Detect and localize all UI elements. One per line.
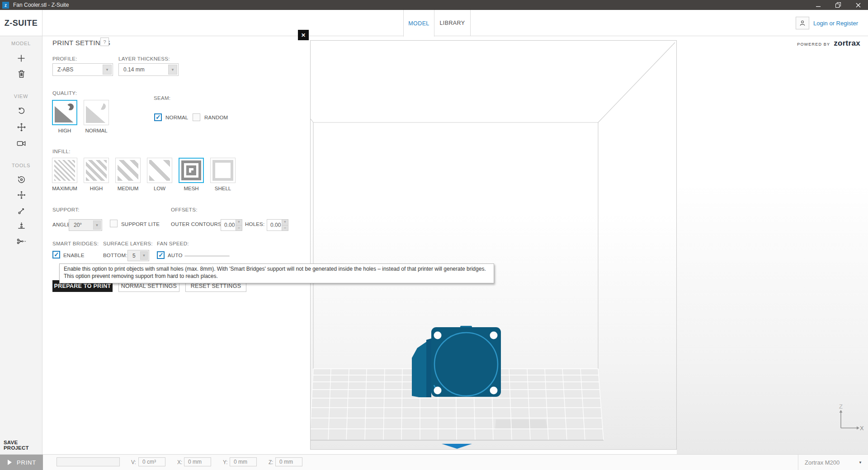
model-plate (431, 327, 501, 397)
scale-tool-button[interactable] (15, 205, 27, 216)
increment-icon[interactable] (282, 220, 288, 225)
window-title: Fan Cooler.stl - Z-Suite (13, 2, 69, 8)
tab-model[interactable]: MODEL (403, 10, 434, 37)
quality-high-tile[interactable] (52, 100, 77, 125)
support-label: SUPPORT: (52, 207, 80, 212)
x-label: X: (177, 459, 182, 465)
bottom-layers-value: 5 (132, 250, 136, 261)
add-model-button[interactable] (15, 52, 27, 64)
smart-bridges-enable-checkbox[interactable] (52, 251, 60, 258)
user-icon-box[interactable] (796, 17, 809, 29)
outer-contours-spinner[interactable]: 0.00 (221, 219, 242, 231)
seam-normal-checkbox[interactable] (154, 113, 162, 121)
status-bar: PRINT V: 0 cm³ X: 0 mm Y: 0 mm Z: 0 mm Z… (0, 454, 868, 470)
tab-library[interactable]: LIBRARY (434, 10, 471, 36)
model-fan-cooler (412, 326, 501, 397)
holes-spinner[interactable]: 0.00 (267, 219, 288, 231)
layer-thickness-select[interactable]: 0.14 mm (118, 63, 179, 76)
login-link[interactable]: Login or Register (813, 20, 858, 27)
infill-shell-tile[interactable] (210, 158, 236, 183)
decrement-icon[interactable] (236, 225, 242, 231)
powered-by-block: POWERED BY zortrax (797, 39, 860, 48)
move-tool-icon (16, 190, 27, 200)
platform-front-marker (442, 444, 472, 449)
close-panel-button[interactable]: ✕ (298, 30, 309, 40)
infill-medium-pattern (118, 160, 138, 181)
minimize-icon (816, 3, 821, 8)
increment-icon[interactable] (236, 220, 242, 225)
scale-tool-icon (16, 206, 27, 216)
play-icon (8, 460, 12, 465)
quality-normal-caption: NORMAL (80, 128, 112, 133)
infill-low-tile[interactable] (147, 158, 172, 183)
chevron-down-icon (859, 461, 862, 465)
model-hole (490, 332, 498, 339)
decrement-icon[interactable] (282, 225, 288, 231)
quality-high-dot (67, 103, 74, 110)
print-button[interactable]: PRINT (0, 455, 43, 470)
split-tool-button[interactable] (15, 235, 27, 247)
seam-random-caption: RANDOM (204, 115, 228, 120)
reset-view-button[interactable] (15, 105, 27, 117)
surface-layers-label: SURFACE LAYERS: (103, 241, 153, 246)
place-on-platform-button[interactable] (15, 220, 27, 232)
model-hole (490, 387, 498, 395)
build-chamber-scene (311, 41, 676, 449)
y-label: Y: (223, 459, 228, 465)
axis-x-label: X (860, 425, 863, 432)
minimize-button[interactable] (808, 0, 828, 10)
infill-shell-caption: SHELL (207, 186, 239, 191)
bottom-layers-select[interactable]: 5 (127, 250, 149, 261)
help-button[interactable]: ? (100, 38, 109, 46)
app-header: Z-SUITE MODEL LIBRARY Login or Register (0, 10, 868, 36)
sidebar-section-view: VIEW (0, 94, 42, 99)
axis-indicator: Z X (835, 403, 863, 432)
save-project-button[interactable]: SAVE PROJECT (0, 436, 42, 454)
model-hole (434, 332, 442, 339)
smart-bridges-tooltip: Enable this option to print objects with… (59, 263, 494, 283)
fan-auto-checkbox[interactable] (157, 251, 165, 259)
infill-mesh-pattern (181, 160, 201, 180)
chevron-down-icon[interactable] (140, 251, 148, 260)
login-area[interactable]: Login or Register (796, 13, 858, 33)
z-label: Z: (269, 459, 274, 465)
model-duct-shadow (426, 338, 431, 397)
support-lite-checkbox[interactable] (110, 220, 118, 227)
quality-normal-tile[interactable] (84, 100, 109, 125)
printer-name: Zortrax M200 (805, 459, 840, 466)
profile-value: Z-ABS (57, 64, 73, 75)
infill-shell-pattern (212, 160, 233, 181)
infill-medium-tile[interactable] (115, 158, 141, 183)
powered-by-label: POWERED BY (797, 42, 830, 47)
close-window-button[interactable] (848, 0, 868, 10)
x-value-field: 0 mm (184, 457, 211, 466)
infill-maximum-tile[interactable] (52, 158, 77, 183)
fan-speed-slider[interactable] (184, 255, 230, 257)
volume-value-field: 0 cm³ (138, 457, 165, 466)
split-tool-icon (16, 236, 27, 247)
rotate-tool-icon (16, 174, 27, 184)
camera-view-button[interactable] (15, 137, 27, 149)
infill-mesh-tile[interactable] (179, 158, 204, 183)
chevron-down-icon[interactable] (93, 221, 101, 230)
app-logo: Z-SUITE (5, 19, 38, 28)
move-tool-button[interactable] (15, 189, 27, 201)
progress-field (57, 457, 120, 466)
profile-select[interactable]: Z-ABS (52, 63, 113, 76)
seam-random-checkbox[interactable] (193, 113, 200, 121)
infill-high-tile[interactable] (84, 158, 109, 183)
viewport-3d[interactable] (310, 40, 677, 450)
chevron-down-icon[interactable] (168, 65, 177, 75)
chevron-down-icon[interactable] (103, 65, 112, 75)
pan-view-button[interactable] (15, 121, 27, 133)
title-bar: z Fan Cooler.stl - Z-Suite (0, 0, 868, 10)
axis-z-label: Z (839, 403, 843, 410)
print-settings-panel: PRINT SETTINGS ? PROFILE: Z-ABS LAYER TH… (43, 36, 310, 454)
rotate-tool-button[interactable] (15, 173, 27, 185)
pan-view-icon (16, 122, 27, 132)
printer-select[interactable]: Zortrax M200 (798, 455, 868, 470)
angle-select[interactable]: 20° (69, 219, 102, 231)
quality-normal-dot (99, 103, 106, 110)
restore-button[interactable] (828, 0, 848, 10)
delete-model-button[interactable] (15, 68, 27, 80)
